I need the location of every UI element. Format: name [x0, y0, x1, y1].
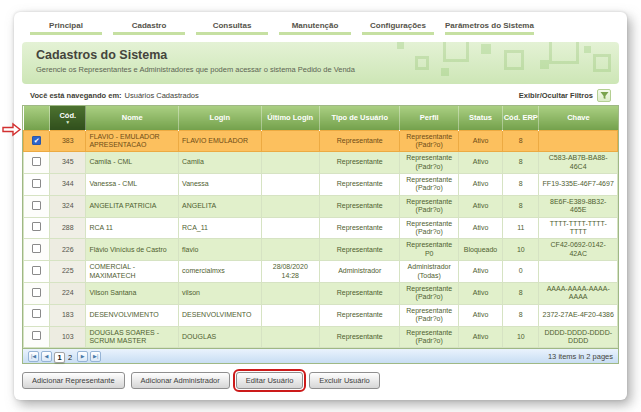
table-row[interactable]: 225COMERCIAL - MAXIMATECHcomercialmxs28/…	[24, 261, 618, 283]
cell-nome: Flávio Vinícius de Castro	[86, 239, 179, 261]
cell-login: comercialmxs	[179, 261, 262, 283]
cell-status: Ativo	[458, 174, 502, 196]
table-row[interactable]: 324ANGELITA PATRICIAANGELITARepresentant…	[24, 195, 618, 217]
cell-cod: 288	[50, 217, 86, 239]
row-checkbox[interactable]	[32, 309, 41, 318]
row-checkbox[interactable]	[32, 266, 41, 275]
cell-ultimo-login	[261, 282, 319, 304]
table-row[interactable]: ✔383FLAVIO - EMULADOR APRESENTACAOFLAVIO…	[24, 130, 618, 152]
menu-item-cadastro[interactable]: Cadastro	[113, 21, 185, 35]
breadcrumb-prefix: Você está navegando em:	[30, 91, 122, 100]
cell-login: FLAVIO EMULADOR	[179, 130, 262, 152]
cell-cod-erp: 10	[503, 239, 539, 261]
row-checkbox[interactable]	[32, 331, 41, 340]
adicionar-administrador-button[interactable]: Adicionar Administrador	[131, 372, 230, 389]
cell-login: RCA_11	[179, 217, 262, 239]
cell-cod-erp: 8	[503, 152, 539, 174]
cell-cod: 224	[50, 282, 86, 304]
row-checkbox-cell: ✔	[24, 130, 50, 152]
cell-chave: DDDD-DDDD-DDDD-DDDD	[539, 326, 618, 348]
table-row[interactable]: 226Flávio Vinícius de CastroflavioRepres…	[24, 239, 618, 261]
pager: |◀ ◀ 12 ▶ ▶| 13 items in 2 pages	[23, 348, 618, 363]
cell-cod-erp: 10	[503, 326, 539, 348]
cell-cod-erp: 8	[503, 195, 539, 217]
header-chave[interactable]: Chave	[539, 106, 618, 130]
page-header-band: Cadastros do Sistema Gerencie os Represe…	[22, 42, 619, 84]
cell-perfil: Representante P0	[400, 239, 458, 261]
cell-chave: CF42-0692-0142-42AC	[539, 239, 618, 261]
page-title: Cadastros do Sistema	[36, 48, 619, 62]
cell-cod: 345	[50, 152, 86, 174]
editar-usuario-button[interactable]: Editar Usuário	[236, 372, 304, 389]
cell-nome: ANGELITA PATRICIA	[86, 195, 179, 217]
cell-ultimo-login	[261, 217, 319, 239]
header-login[interactable]: Login	[179, 106, 262, 130]
cell-status: Ativo	[458, 282, 502, 304]
header-perfil[interactable]: Perfil	[400, 106, 458, 130]
row-checkbox[interactable]	[32, 201, 41, 210]
header-cod[interactable]: Cód.▼	[50, 106, 86, 130]
cell-cod-erp: 8	[503, 282, 539, 304]
cell-nome: RCA 11	[86, 217, 179, 239]
breadcrumb-current: Usuários Cadastrados	[125, 91, 199, 100]
table-row[interactable]: 345Camila - CMLCamilaRepresentanteRepres…	[24, 152, 618, 174]
cell-ultimo-login: 28/08/2020 14:28	[261, 261, 319, 283]
cell-status: Ativo	[458, 130, 502, 152]
table-row[interactable]: 288RCA 11RCA_11RepresentanteRepresentant…	[24, 217, 618, 239]
cell-nome: DESENVOLVIMENTO	[86, 304, 179, 326]
cell-ultimo-login	[261, 174, 319, 196]
pager-last-button[interactable]: ▶|	[90, 351, 101, 362]
pager-page-current[interactable]: 1	[54, 352, 65, 363]
row-checkbox[interactable]	[32, 179, 41, 188]
menu-item-manutencao[interactable]: Manutenção	[279, 21, 351, 35]
cell-chave: TTTT-TTTT-TTTT-TTTT	[539, 217, 618, 239]
cell-cod-erp: 11	[503, 217, 539, 239]
menu-item-principal[interactable]: Principal	[30, 21, 102, 35]
header-tipo-usuario[interactable]: Tipo de Usuário	[319, 106, 400, 130]
cell-login: DOUGLAS	[179, 326, 262, 348]
table-header-row: Cód.▼ Nome Login Último Login Tipo de Us…	[24, 106, 618, 130]
row-checkbox[interactable]	[32, 222, 41, 231]
cell-ultimo-login	[261, 152, 319, 174]
sort-desc-icon: ▼	[50, 120, 85, 124]
excluir-usuario-button[interactable]: Excluir Usuário	[309, 372, 379, 389]
cell-perfil: Administrador (Todas)	[400, 261, 458, 283]
row-checkbox[interactable]	[32, 244, 41, 253]
cell-cod-erp: 8	[503, 130, 539, 152]
pager-prev-button[interactable]: ◀	[41, 351, 52, 362]
cell-tipo: Administrador	[319, 261, 400, 283]
cell-ultimo-login	[261, 239, 319, 261]
cell-tipo: Representante	[319, 282, 400, 304]
header-ultimo-login[interactable]: Último Login	[261, 106, 319, 130]
pager-next-button[interactable]: ▶	[77, 351, 88, 362]
row-checkbox[interactable]: ✔	[32, 136, 41, 145]
row-checkbox[interactable]	[32, 157, 41, 166]
cell-perfil: Representante (Padr?o)	[400, 217, 458, 239]
table-row[interactable]: 103DOUGLAS SOARES - SCRUM MASTERDOUGLASR…	[24, 326, 618, 348]
adicionar-representante-button[interactable]: Adicionar Representante	[22, 372, 125, 389]
cell-cod: 344	[50, 174, 86, 196]
main-window: PrincipalCadastroConsultasManutençãoConf…	[14, 12, 627, 400]
row-checkbox-cell	[24, 326, 50, 348]
cell-tipo: Representante	[319, 239, 400, 261]
menu-item-consultas[interactable]: Consultas	[196, 21, 268, 35]
cell-status: Ativo	[458, 152, 502, 174]
cell-nome: FLAVIO - EMULADOR APRESENTACAO	[86, 130, 179, 152]
header-nome[interactable]: Nome	[86, 106, 179, 130]
cell-chave: 8E6F-E389-8B32-465E	[539, 195, 618, 217]
filter-icon[interactable]	[597, 89, 611, 102]
table-row[interactable]: 224Vilson SantanavilsonRepresentanteRepr…	[24, 282, 618, 304]
cell-status: Ativo	[458, 326, 502, 348]
row-checkbox-cell	[24, 239, 50, 261]
menu-item-parametros-do-sistema[interactable]: Parâmetros do Sistema	[445, 21, 534, 35]
row-checkbox[interactable]	[32, 288, 41, 297]
header-status[interactable]: Status	[458, 106, 502, 130]
header-cod-erp[interactable]: Cód. ERP	[503, 106, 539, 130]
table-row[interactable]: 344Vanessa - CMLVanessaRepresentanteRepr…	[24, 174, 618, 196]
cell-perfil: Representante (Padr?o)	[400, 195, 458, 217]
table-row[interactable]: 183DESENVOLVIMENTODESENVOLVIMENTOReprese…	[24, 304, 618, 326]
pager-page-link[interactable]: 2	[65, 353, 75, 362]
pager-first-button[interactable]: |◀	[28, 351, 39, 362]
menu-item-configuracoes[interactable]: Configurações	[362, 21, 434, 35]
cell-cod: 324	[50, 195, 86, 217]
